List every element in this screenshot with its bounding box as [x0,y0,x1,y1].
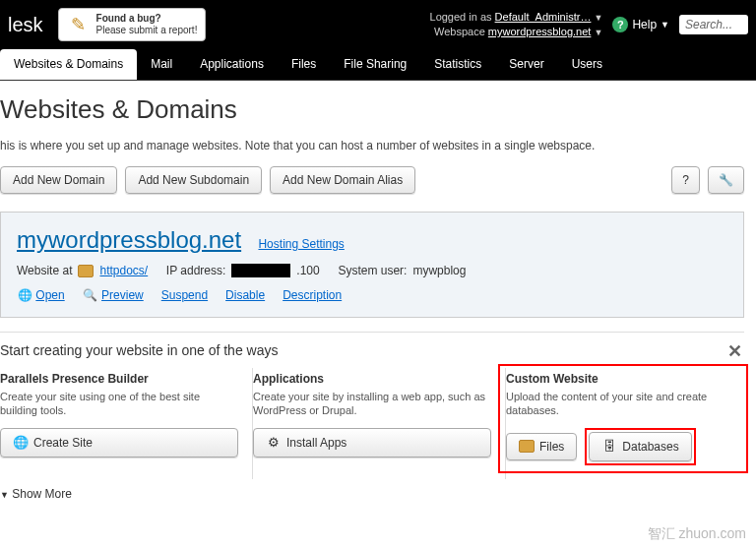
col-applications: Applications Create your site by install… [253,368,506,479]
col-custom-website: Custom Website Upload the content of you… [506,368,744,479]
domain-name-link[interactable]: mywordpressblog.net [17,226,241,253]
webspace-link[interactable]: mywordpressblog.net [488,26,592,37]
create-section: ✕ Start creating your website in one of … [0,332,744,479]
close-icon[interactable]: ✕ [727,340,742,362]
tab-mail[interactable]: Mail [137,49,186,80]
suspend-link[interactable]: Suspend [161,288,208,302]
main-content: Websites & Domains his is where you set … [0,81,756,515]
create-site-button[interactable]: 🌐 Create Site [0,428,238,458]
tab-statistics[interactable]: Statistics [420,49,495,80]
bug-title: Found a bug? [96,13,161,24]
install-apps-button[interactable]: ⚙ Install Apps [253,428,491,458]
domain-actions: 🌐 Open 🔍 Preview Suspend Disable Descrip… [17,287,727,303]
files-button[interactable]: Files [506,433,577,460]
search-input[interactable]: Search... [679,15,748,34]
tab-websites-domains[interactable]: Websites & Domains [0,49,137,80]
page-title: Websites & Domains [0,94,756,125]
chevron-down-icon: ▼ [0,490,9,500]
preview-link[interactable]: Preview [101,288,144,302]
description-link[interactable]: Description [283,288,342,302]
gear-icon: ⚙ [266,435,282,451]
pencil-icon: ✎ [67,13,91,36]
highlight-box: Custom Website Upload the content of you… [498,364,748,473]
domain-panel: mywordpressblog.net Hosting Settings Web… [0,212,744,318]
databases-button[interactable]: 🗄 Databases [589,432,691,461]
toolbar: Add New Domain Add New Subdomain Add New… [0,166,756,194]
httpdocs-link[interactable]: httpdocs/ [99,264,148,277]
add-subdomain-button[interactable]: Add New Subdomain [125,166,262,194]
tab-server[interactable]: Server [495,49,557,80]
hosting-settings-link[interactable]: Hosting Settings [258,237,344,251]
wrench-icon: 🔧 [719,173,733,187]
col-presence-builder: Parallels Presence Builder Create your s… [0,368,253,479]
help-button[interactable]: ? [671,166,700,194]
database-icon: 🗄 [601,439,617,455]
main-tabs: Websites & Domains Mail Applications Fil… [0,49,756,81]
login-info: Logged in as Default_Administr… ▼ Webspa… [430,10,613,40]
bug-subtitle: Please submit a report! [96,25,198,35]
tab-file-sharing[interactable]: File Sharing [330,49,420,80]
page-description: his is where you set up and manage websi… [0,139,756,152]
system-user: mywpblog [412,264,466,277]
plesk-logo: lesk [8,14,43,36]
disable-link[interactable]: Disable [225,288,265,302]
tab-files[interactable]: Files [278,49,330,80]
help-icon: ? [612,17,628,32]
open-link[interactable]: Open [35,288,64,302]
bug-report-button[interactable]: ✎ Found a bug? Please submit a report! [58,8,207,41]
settings-button[interactable]: 🔧 [708,166,744,194]
folder-icon [78,265,94,277]
show-more-toggle[interactable]: ▼ Show More [0,487,748,501]
tab-applications[interactable]: Applications [186,49,278,80]
help-menu[interactable]: ? Help ▼ [612,17,669,32]
databases-highlight: 🗄 Databases [585,428,695,465]
top-bar: lesk ✎ Found a bug? Please submit a repo… [0,0,756,49]
domain-info-line: Website at httpdocs/ IP address: .100 Sy… [17,264,727,277]
add-alias-button[interactable]: Add New Domain Alias [270,166,415,194]
ip-redacted [231,264,290,277]
preview-icon: 🔍 [83,287,98,303]
logged-user-link[interactable]: Default_Administr… [495,11,592,23]
globe-icon: 🌐 [17,287,32,303]
add-domain-button[interactable]: Add New Domain [0,166,117,194]
create-heading: Start creating your website in one of th… [0,342,744,358]
folder-icon [519,440,535,453]
tab-users[interactable]: Users [558,49,616,80]
globe-icon: 🌐 [13,435,29,451]
